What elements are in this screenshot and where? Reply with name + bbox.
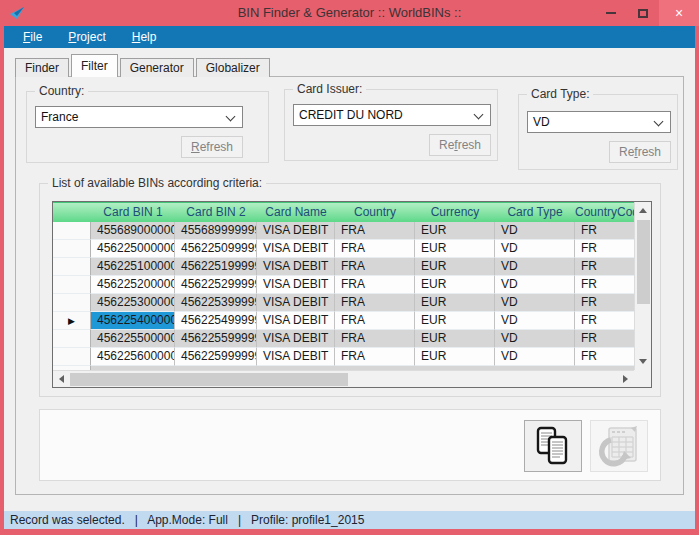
grid-cell[interactable]: VD	[495, 276, 575, 294]
grid-cell[interactable]: VISA DEBIT	[257, 330, 335, 348]
scroll-right-icon[interactable]	[623, 375, 628, 383]
grid-cell[interactable]: VD	[495, 312, 575, 330]
grid-cell[interactable]: FRA	[335, 276, 415, 294]
grid-cell[interactable]: 456225599999	[175, 330, 257, 348]
row-header[interactable]	[53, 222, 91, 240]
grid-cell[interactable]: 456225400000	[91, 312, 175, 330]
column-header[interactable]: Card Type	[495, 203, 575, 222]
grid-cell[interactable]: FRA	[335, 240, 415, 258]
grid-cell[interactable]: EUR	[415, 276, 495, 294]
grid-cell[interactable]: EUR	[415, 294, 495, 312]
table-row: 456225100000456225199999VISA DEBITFRAEUR…	[53, 258, 634, 276]
grid-cell[interactable]: FRA	[335, 312, 415, 330]
grid-cell[interactable]: VD	[495, 240, 575, 258]
vertical-scroll-thumb[interactable]	[637, 220, 650, 304]
close-icon[interactable]: ×	[659, 0, 699, 26]
grid-cell[interactable]: FR	[575, 240, 634, 258]
grid-cell[interactable]: 456225399999	[175, 294, 257, 312]
tab-filter[interactable]: Filter	[71, 54, 118, 77]
row-header[interactable]	[53, 258, 91, 276]
grid-cell[interactable]: FRA	[335, 222, 415, 240]
grid-cell[interactable]: FR	[575, 312, 634, 330]
grid-cell[interactable]: FR	[575, 258, 634, 276]
column-header[interactable]: Card BIN 1	[91, 203, 175, 222]
grid-cell[interactable]: 456225200000	[91, 276, 175, 294]
column-header[interactable]: Currency	[415, 203, 495, 222]
grid-cell[interactable]: 456225300000	[91, 294, 175, 312]
row-header[interactable]: ▶	[53, 312, 91, 330]
row-header[interactable]	[53, 276, 91, 294]
grid-cell[interactable]: VD	[495, 222, 575, 240]
grid-cell[interactable]: VISA DEBIT	[257, 276, 335, 294]
grid-cell[interactable]: EUR	[415, 348, 495, 366]
column-header[interactable]: Card BIN 2	[175, 203, 257, 222]
menu-help[interactable]: Help	[127, 26, 162, 48]
copy-documents-icon	[532, 425, 574, 467]
grid-cell[interactable]: EUR	[415, 312, 495, 330]
country-select[interactable]: France	[35, 106, 243, 128]
grid-cell[interactable]: 456225600000	[91, 348, 175, 366]
grid-cell[interactable]: EUR	[415, 330, 495, 348]
vertical-scrollbar[interactable]	[634, 202, 651, 370]
grid-cell[interactable]: EUR	[415, 258, 495, 276]
grid-cell[interactable]: 456225199999	[175, 258, 257, 276]
tab-finder[interactable]: Finder	[15, 58, 69, 77]
menu-project[interactable]: Project	[63, 26, 110, 48]
grid-cell[interactable]: 456225299999	[175, 276, 257, 294]
grid-cell[interactable]: FRA	[335, 294, 415, 312]
grid-cell[interactable]: FR	[575, 222, 634, 240]
grid-cell[interactable]: EUR	[415, 240, 495, 258]
menu-file[interactable]: File	[18, 26, 47, 48]
grid-cell[interactable]: VISA DEBIT	[257, 222, 335, 240]
export-button[interactable]	[590, 420, 648, 472]
card-type-select[interactable]: VD	[527, 111, 671, 133]
maximize-icon[interactable]	[627, 0, 659, 26]
grid-cell[interactable]: FR	[575, 276, 634, 294]
grid-cell[interactable]: VD	[495, 294, 575, 312]
grid-cell[interactable]: 456225000000	[91, 240, 175, 258]
copy-button[interactable]	[524, 420, 582, 472]
row-header[interactable]	[53, 330, 91, 348]
horizontal-scroll-thumb[interactable]	[70, 373, 348, 386]
grid-cell[interactable]: VISA DEBIT	[257, 294, 335, 312]
grid-cell[interactable]: 455689000000	[91, 222, 175, 240]
grid-cell[interactable]: VISA DEBIT	[257, 240, 335, 258]
row-header[interactable]	[53, 240, 91, 258]
scroll-up-icon[interactable]	[639, 208, 647, 213]
grid-cell[interactable]: VISA DEBIT	[257, 258, 335, 276]
grid-cell[interactable]: FRA	[335, 330, 415, 348]
grid-cell[interactable]: FRA	[335, 348, 415, 366]
card-issuer-select[interactable]: CREDIT DU NORD	[293, 104, 491, 126]
column-header[interactable]: Card Name	[257, 203, 335, 222]
tab-globalizer[interactable]: Globalizer	[196, 58, 270, 77]
horizontal-scrollbar[interactable]	[53, 370, 634, 387]
grid-cell[interactable]: EUR	[415, 222, 495, 240]
card-type-refresh-button[interactable]: Refresh	[609, 141, 671, 163]
grid-cell[interactable]: 456225500000	[91, 330, 175, 348]
grid-cell[interactable]: 456225099999	[175, 240, 257, 258]
scroll-down-icon[interactable]	[639, 359, 647, 364]
column-header[interactable]: Country	[335, 203, 415, 222]
grid-cell[interactable]: VD	[495, 258, 575, 276]
grid-cell[interactable]: VISA DEBIT	[257, 348, 335, 366]
grid-cell[interactable]: FR	[575, 294, 634, 312]
column-header[interactable]: CountryCod	[575, 203, 634, 222]
card-issuer-refresh-button[interactable]: Refresh	[429, 134, 491, 156]
country-refresh-button[interactable]: Refresh	[181, 136, 243, 158]
grid-cell[interactable]: VD	[495, 348, 575, 366]
tab-generator[interactable]: Generator	[120, 58, 194, 77]
grid-cell[interactable]: 455689999999	[175, 222, 257, 240]
grid-cell[interactable]: VISA DEBIT	[257, 312, 335, 330]
grid-cell[interactable]: FR	[575, 348, 634, 366]
scroll-left-icon[interactable]	[59, 375, 64, 383]
grid-cell[interactable]: 456225499999	[175, 312, 257, 330]
minimize-icon[interactable]	[595, 0, 627, 26]
grid-cell[interactable]: VD	[495, 330, 575, 348]
grid-corner-cell[interactable]	[53, 203, 91, 222]
grid-cell[interactable]: FRA	[335, 258, 415, 276]
grid-cell[interactable]: FR	[575, 330, 634, 348]
grid-cell[interactable]: 456225100000	[91, 258, 175, 276]
row-header[interactable]	[53, 294, 91, 312]
row-header[interactable]	[53, 348, 91, 366]
grid-cell[interactable]: 456225999999	[175, 348, 257, 366]
